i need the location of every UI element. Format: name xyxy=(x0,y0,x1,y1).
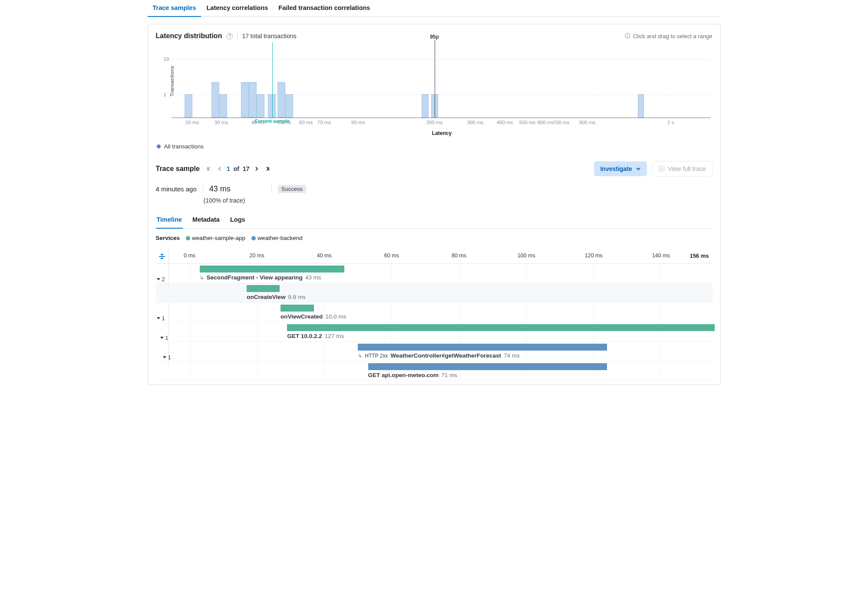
span-label[interactable]: onCreateView9.8 ms xyxy=(247,294,306,300)
hist-bar[interactable] xyxy=(219,94,227,118)
hist-bar[interactable] xyxy=(249,82,257,118)
timeline-end: 156 ms xyxy=(690,253,709,259)
incoming-icon: ↳ xyxy=(358,353,362,359)
chevron-down-icon xyxy=(636,166,641,171)
hist-bar[interactable] xyxy=(285,94,293,118)
pct-of-trace: (100% of trace) xyxy=(204,197,713,204)
span-label[interactable]: onViewCreated10.0 ms xyxy=(281,313,346,320)
span-label[interactable]: ↳SecondFragment - View appearing43 ms xyxy=(200,274,321,281)
pager-current: 1 xyxy=(227,165,230,172)
span-bar[interactable] xyxy=(368,363,607,370)
x-axis-label: Latency xyxy=(172,130,713,136)
tab-trace-samples[interactable]: Trace samples xyxy=(148,0,201,16)
pager-total: 17 xyxy=(243,165,250,172)
row-toggle[interactable]: 1 xyxy=(156,309,165,322)
list-icon xyxy=(659,166,665,172)
subtab-logs[interactable]: Logs xyxy=(229,213,246,228)
service-2[interactable]: weather-backend xyxy=(257,235,303,241)
tab-failed-correlations[interactable]: Failed transaction correlations xyxy=(273,0,375,16)
service-1[interactable]: weather-sample-app xyxy=(192,235,245,241)
investigate-button[interactable]: Investigate xyxy=(594,161,647,176)
range-hint: ⓘ Click and drag to select a range xyxy=(625,32,713,40)
tab-latency-correlations[interactable]: Latency correlations xyxy=(201,0,273,16)
span-bar[interactable] xyxy=(287,324,715,331)
current-sample-marker xyxy=(272,43,273,118)
p95-label: 95p xyxy=(430,34,439,40)
span-label[interactable]: GET 10.0.2.2127 ms xyxy=(287,333,344,339)
span-bar[interactable] xyxy=(247,285,280,292)
row-toggle[interactable]: 1 xyxy=(156,328,168,341)
latency-dist-count: 17 total transactions xyxy=(242,33,296,39)
help-icon[interactable]: ? xyxy=(226,33,233,39)
info-icon: ⓘ xyxy=(625,32,630,40)
hist-bar[interactable] xyxy=(638,94,644,118)
timeline-tick: 80 ms xyxy=(452,253,466,259)
sub-tabs: Timeline Metadata Logs xyxy=(156,213,713,229)
timeline-tick: 140 ms xyxy=(652,253,670,259)
hist-bar[interactable] xyxy=(241,82,249,118)
hist-bar[interactable] xyxy=(277,82,285,118)
timeline-tick: 120 ms xyxy=(585,253,603,259)
p95-marker xyxy=(435,40,435,118)
hist-bar[interactable] xyxy=(257,94,264,118)
trace-duration: 43 ms xyxy=(209,184,231,194)
span-label[interactable]: GET api.open-meteo.com71 ms xyxy=(368,372,458,378)
latency-dist-title: Latency distribution xyxy=(156,32,222,40)
main-panel: Latency distribution ? 17 total transact… xyxy=(148,24,721,385)
pager-first[interactable] xyxy=(206,165,213,172)
legend: All transactions xyxy=(157,143,713,150)
subtab-timeline[interactable]: Timeline xyxy=(156,213,183,228)
y-axis-label: Transactions xyxy=(169,66,175,96)
view-full-trace-button[interactable]: View full trace xyxy=(652,161,713,177)
incoming-icon: ↳ xyxy=(200,275,204,281)
timeline-tick: 0 ms xyxy=(184,253,195,259)
top-tabs: Trace samples Latency correlations Faile… xyxy=(148,0,721,17)
x-ticks: 20 ms 30 ms 40 ms 50 ms 60 ms 70 ms 90 m… xyxy=(172,120,713,128)
span-bar[interactable] xyxy=(281,305,314,312)
span-bar[interactable] xyxy=(200,266,345,272)
span-label[interactable]: ↳HTTP 2xxWeatherController#getWeatherFor… xyxy=(358,352,519,359)
row-toggle[interactable]: 2 xyxy=(156,270,165,282)
expand-collapse-control[interactable] xyxy=(158,254,166,259)
trace-age: 4 minutes ago xyxy=(156,185,197,193)
hist-bar[interactable] xyxy=(211,82,219,118)
hist-bar[interactable] xyxy=(268,94,276,118)
services-legend: Services weather-sample-app weather-back… xyxy=(156,235,713,241)
pager-next[interactable] xyxy=(253,165,260,172)
hist-bar[interactable] xyxy=(185,94,192,118)
hist-bar[interactable] xyxy=(422,94,429,118)
latency-histogram[interactable]: Transactions 10 1 Current sample xyxy=(172,44,711,118)
pager-last[interactable] xyxy=(264,165,271,172)
timeline-tick: 60 ms xyxy=(384,253,399,259)
pager: 1 of 17 xyxy=(206,165,271,172)
status-badge: Success xyxy=(278,185,306,193)
timeline-tick: 100 ms xyxy=(518,253,535,259)
timeline-tick: 40 ms xyxy=(317,253,332,259)
trace-sample-title: Trace sample xyxy=(156,165,200,173)
timeline: 156 ms 0 ms20 ms40 ms60 ms80 ms100 ms120… xyxy=(156,249,713,381)
subtab-metadata[interactable]: Metadata xyxy=(191,213,221,228)
pager-prev[interactable] xyxy=(216,165,223,172)
span-bar[interactable] xyxy=(358,344,607,351)
timeline-tick: 20 ms xyxy=(250,253,264,259)
